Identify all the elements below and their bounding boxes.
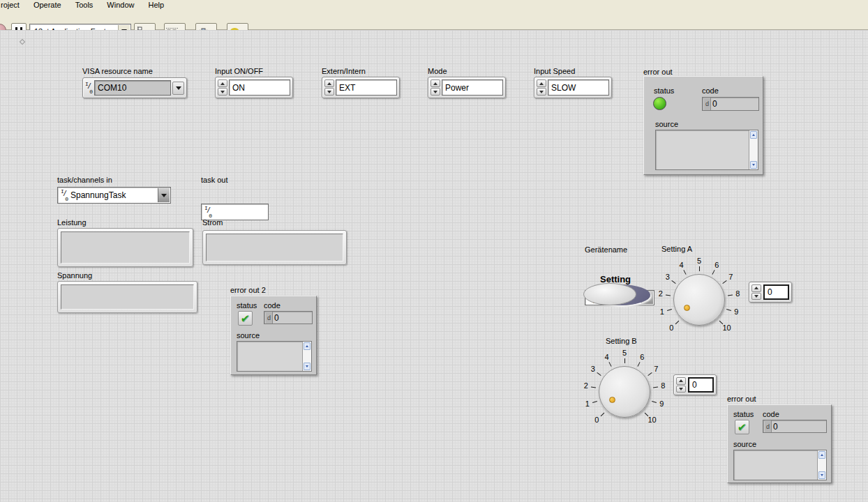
input-speed-spinner[interactable] [537, 79, 546, 96]
code-value: 0 [773, 422, 778, 432]
setting-a-value[interactable]: 0 [763, 284, 789, 300]
up-arrow-icon [752, 134, 755, 136]
scroll-up-button[interactable] [818, 451, 825, 459]
input-onoff-spinner[interactable] [218, 79, 227, 96]
error-out-2-cluster: status ✔ code d 0 source [230, 296, 317, 375]
visa-resource-combobox[interactable]: I/0 COM10 [82, 77, 187, 98]
error-out-1-cluster: status code d 0 source [643, 76, 763, 175]
geraetename-label: Gerätename [585, 245, 627, 254]
setting-b-spinner[interactable] [676, 377, 686, 393]
knob-tick-label: 7 [650, 365, 662, 373]
increment-button[interactable] [431, 79, 440, 87]
io-glyph-icon: I/0 [61, 190, 68, 201]
strom-indicator [202, 230, 347, 265]
increment-button[interactable] [751, 284, 761, 292]
decrement-button[interactable] [218, 88, 227, 96]
status-check: ✔ [238, 311, 253, 326]
decrement-button[interactable] [676, 386, 686, 393]
knob-tick-label: 4 [675, 261, 688, 269]
increment-button[interactable] [218, 79, 227, 87]
increment-button[interactable] [676, 377, 686, 385]
chevron-down-icon [161, 194, 167, 197]
source-field [237, 341, 312, 372]
knob-tick-label: 10 [721, 324, 733, 332]
code-label: code [264, 301, 280, 310]
up-arrow-icon [539, 82, 544, 85]
knob-tick [637, 362, 640, 367]
task-in-dropdown-button[interactable] [158, 188, 170, 202]
extern-intern-spinner[interactable] [324, 79, 334, 96]
setting-button-knob[interactable] [583, 283, 636, 305]
visa-label: VISA resource name [82, 67, 153, 75]
source-scrollbar[interactable] [749, 130, 758, 169]
chevron-down-icon [176, 86, 181, 90]
mode-value[interactable]: Power [442, 79, 503, 96]
knob-tick-label: 2 [580, 381, 592, 390]
setting-b-knob[interactable]: 012345678910 [569, 336, 680, 448]
menu-tools[interactable]: Tools [68, 0, 100, 10]
mode-control[interactable]: Power [428, 77, 506, 98]
decrement-button[interactable] [324, 88, 334, 96]
knob-tick-label: 0 [590, 416, 603, 424]
setting-b-numeric[interactable]: 0 [673, 374, 717, 395]
source-field [655, 130, 758, 170]
knob-value-dot[interactable] [684, 305, 690, 311]
code-label: code [702, 86, 719, 95]
setting-a-knob-face[interactable] [673, 274, 725, 326]
scroll-down-button[interactable] [304, 363, 310, 370]
scroll-down-button[interactable] [818, 471, 825, 479]
knob-tick-label: 8 [731, 289, 744, 298]
visa-dropdown-button[interactable] [172, 82, 184, 95]
status-label: status [237, 301, 257, 310]
knob-tick-label: 7 [724, 273, 737, 281]
source-label: source [655, 120, 678, 128]
decrement-button[interactable] [751, 293, 761, 301]
extern-intern-value[interactable]: EXT [336, 79, 397, 96]
code-value: 0 [712, 99, 717, 109]
knob-tick-label: 5 [693, 257, 705, 265]
error-out-3-cluster: status ✔ code d 0 source [727, 404, 832, 483]
down-arrow-icon [679, 388, 683, 390]
knob-tick-label: 3 [661, 273, 674, 281]
mode-spinner[interactable] [431, 79, 440, 96]
strom-value [206, 234, 343, 261]
up-arrow-icon [754, 287, 758, 289]
scroll-down-button[interactable] [750, 161, 757, 169]
setting-b-value[interactable]: 0 [688, 377, 714, 393]
menu-help[interactable]: Help [141, 0, 171, 10]
menu-project[interactable]: roject [0, 0, 27, 10]
setting-button[interactable] [583, 281, 653, 309]
increment-button[interactable] [537, 79, 546, 87]
input-onoff-label: Input ON/OFF [215, 67, 263, 75]
down-arrow-icon [433, 91, 437, 93]
knob-tick [624, 358, 625, 363]
error-out-2-label: error out 2 [230, 286, 266, 294]
knob-value-dot[interactable] [609, 397, 615, 403]
setting-b-knob-face[interactable] [599, 366, 650, 418]
scroll-up-button[interactable] [750, 131, 757, 139]
menu-operate[interactable]: Operate [27, 0, 68, 10]
task-in-combobox[interactable]: I/0 SpannungTask [57, 187, 171, 204]
input-onoff-control[interactable]: ON [215, 77, 293, 98]
decrement-button[interactable] [431, 88, 440, 96]
code-value: 0 [274, 313, 279, 323]
source-label: source [733, 440, 756, 448]
scroll-up-button[interactable] [304, 342, 310, 350]
menu-window[interactable]: Window [100, 0, 141, 10]
knob-tick-label: 2 [654, 289, 667, 298]
strom-label: Strom [202, 218, 223, 227]
task-in-value: SpannungTask [70, 190, 126, 200]
input-speed-value[interactable]: SLOW [548, 79, 609, 96]
decrement-button[interactable] [537, 88, 546, 96]
setting-a-spinner[interactable] [751, 284, 761, 300]
source-scrollbar[interactable] [302, 342, 311, 371]
input-speed-control[interactable]: SLOW [534, 77, 612, 98]
visa-value[interactable]: COM10 [94, 80, 171, 96]
extern-intern-control[interactable]: EXT [322, 77, 400, 98]
increment-button[interactable] [324, 79, 334, 87]
input-onoff-value[interactable]: ON [229, 79, 290, 96]
spannung-value [61, 284, 194, 310]
radix-indicator: d [266, 312, 273, 324]
setting-a-numeric[interactable]: 0 [749, 282, 792, 303]
source-scrollbar[interactable] [817, 450, 826, 480]
